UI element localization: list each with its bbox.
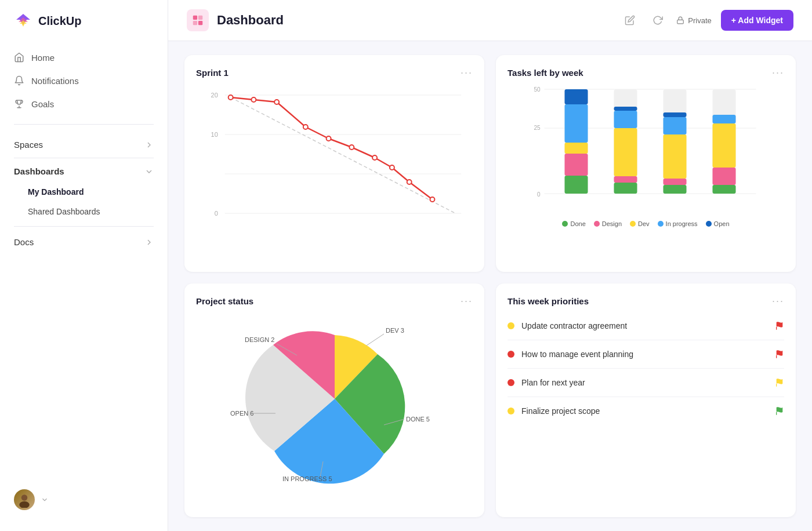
dashboard-grid: Sprint 1 ··· 20 10 0	[168, 41, 812, 531]
priority-text-1: Update contractor agreement	[521, 321, 627, 330]
project-status-menu[interactable]: ···	[461, 295, 473, 307]
sprint-card: Sprint 1 ··· 20 10 0	[184, 55, 484, 272]
dashboards-label: Dashboards	[14, 166, 64, 176]
priorities-header: This week priorities ···	[507, 295, 784, 307]
sidebar-item-home-label: Home	[31, 53, 55, 63]
priority-item-2[interactable]: How to manage event planning	[507, 340, 784, 369]
svg-text:DESIGN 2: DESIGN 2	[245, 336, 274, 343]
edit-icon[interactable]	[621, 11, 639, 30]
sidebar-item-shared-dashboards[interactable]: Shared Dashboards	[7, 202, 161, 221]
svg-text:DEV 3: DEV 3	[386, 327, 404, 334]
sidebar-user[interactable]	[0, 480, 168, 519]
chevron-right-icon	[144, 140, 154, 150]
spaces-label: Spaces	[14, 140, 43, 150]
svg-point-20	[251, 97, 256, 102]
svg-rect-49	[664, 179, 687, 185]
svg-point-19	[229, 95, 233, 100]
tasks-card: Tasks left by week ··· 50 25 0	[496, 55, 796, 272]
svg-rect-6	[193, 16, 197, 20]
header: Dashboard Private + Add Widget	[168, 0, 812, 41]
svg-point-22	[303, 125, 308, 129]
sidebar-section-docs[interactable]: Docs	[0, 231, 168, 253]
legend-design: Design	[594, 220, 622, 227]
sprint-menu[interactable]: ···	[461, 67, 473, 79]
sidebar-item-notifications[interactable]: Notifications	[7, 70, 161, 92]
flag-icon-3	[775, 378, 784, 387]
sidebar-item-goals-label: Goals	[31, 99, 54, 109]
project-status-card: Project status ···	[184, 283, 484, 518]
svg-rect-55	[713, 168, 736, 185]
sidebar-item-notifications-label: Notifications	[31, 76, 79, 86]
svg-text:25: 25	[534, 125, 541, 131]
avatar	[14, 489, 35, 510]
svg-text:OPEN 6: OPEN 6	[230, 410, 253, 417]
private-badge[interactable]: Private	[676, 16, 711, 25]
svg-rect-45	[614, 111, 637, 128]
trophy-icon	[14, 99, 24, 109]
priority-dot-1	[507, 322, 514, 329]
priority-item-1[interactable]: Update contractor agreement	[507, 312, 784, 340]
svg-point-25	[372, 155, 377, 160]
priorities-title: This week priorities	[507, 296, 589, 306]
priority-dot-2	[507, 351, 514, 358]
svg-rect-43	[614, 176, 637, 183]
svg-point-4	[21, 494, 28, 501]
sidebar-item-goals[interactable]: Goals	[7, 93, 161, 115]
sprint-card-header: Sprint 1 ···	[196, 67, 473, 79]
project-status-title: Project status	[196, 296, 253, 306]
priority-text-2: How to manage event planning	[521, 350, 633, 359]
svg-rect-38	[565, 143, 588, 154]
flag-icon-4	[775, 406, 784, 416]
svg-rect-8	[193, 21, 197, 25]
bell-icon	[14, 75, 24, 86]
svg-rect-46	[614, 107, 637, 111]
priority-item-4[interactable]: Finalize project scope	[507, 397, 784, 425]
svg-point-26	[390, 165, 394, 170]
sidebar-logo[interactable]: ClickUp	[0, 12, 168, 46]
svg-line-58	[367, 334, 384, 345]
main-content: Dashboard Private + Add Widget Sprint 1 …	[168, 0, 812, 531]
svg-rect-44	[614, 128, 637, 176]
svg-rect-57	[713, 115, 736, 123]
chevron-right-docs-icon	[144, 238, 154, 247]
bar-chart-legend: Done Design Dev In progress Open	[507, 217, 784, 227]
chevron-down-icon	[144, 167, 154, 176]
sidebar-nav: Home Notifications Goals	[0, 46, 168, 115]
tasks-menu[interactable]: ···	[772, 67, 784, 79]
docs-label: Docs	[14, 237, 34, 247]
priority-text-3: Plan for next year	[521, 378, 585, 387]
refresh-icon[interactable]	[648, 11, 667, 30]
svg-text:0: 0	[215, 210, 218, 217]
priorities-menu[interactable]: ···	[772, 295, 784, 307]
tasks-bar-chart: 50 25 0	[507, 83, 784, 217]
add-widget-button[interactable]: + Add Widget	[721, 10, 793, 31]
svg-rect-54	[713, 185, 736, 194]
legend-done: Done	[562, 220, 585, 227]
private-label: Private	[688, 16, 711, 25]
svg-text:0: 0	[537, 191, 541, 198]
user-avatar-icon	[16, 492, 32, 508]
svg-point-21	[274, 100, 279, 104]
flag-icon-1	[775, 321, 784, 330]
user-chevron-icon	[41, 496, 49, 504]
priority-item-3[interactable]: Plan for next year	[507, 369, 784, 397]
home-icon	[14, 52, 24, 63]
svg-rect-7	[198, 16, 202, 20]
pie-chart-area: DEV 3 DONE 5 IN PROGRESS 5 OPEN 6 DESIGN…	[196, 312, 473, 486]
sidebar-section-spaces[interactable]: Spaces	[0, 134, 168, 155]
svg-point-24	[349, 145, 354, 150]
priority-dot-3	[507, 379, 514, 386]
header-right: Private + Add Widget	[621, 10, 793, 31]
sidebar-item-home[interactable]: Home	[7, 46, 161, 68]
tasks-card-header: Tasks left by week ···	[507, 67, 784, 79]
sidebar-item-my-dashboard[interactable]: My Dashboard	[7, 182, 161, 202]
sidebar-section-dashboards[interactable]: Dashboards	[0, 161, 168, 182]
svg-rect-37	[565, 154, 588, 176]
header-left: Dashboard	[187, 9, 284, 31]
sidebar: ClickUp Home Notifications Goals Spaces …	[0, 0, 168, 531]
legend-dev: Dev	[630, 220, 650, 227]
project-status-header: Project status ···	[196, 295, 473, 307]
svg-text:20: 20	[211, 92, 218, 99]
page-title: Dashboard	[217, 13, 284, 28]
flag-icon-2	[775, 350, 784, 359]
